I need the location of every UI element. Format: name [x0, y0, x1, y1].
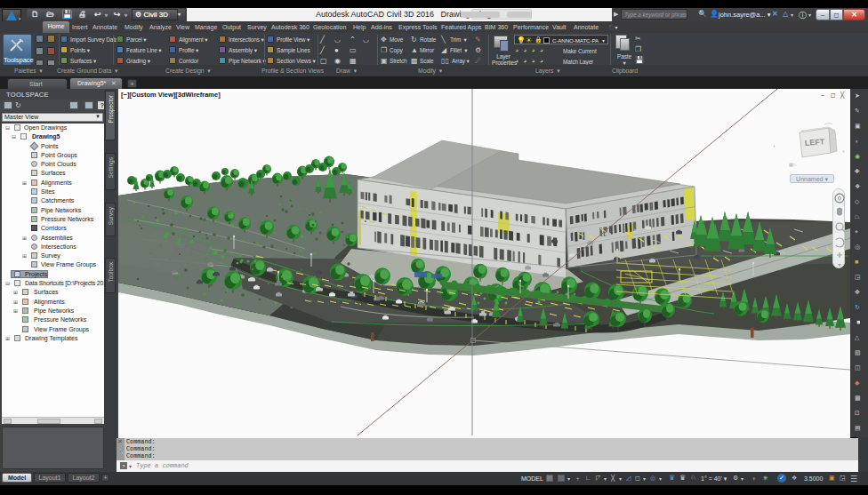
svg-text:LEFT: LEFT	[804, 137, 825, 148]
